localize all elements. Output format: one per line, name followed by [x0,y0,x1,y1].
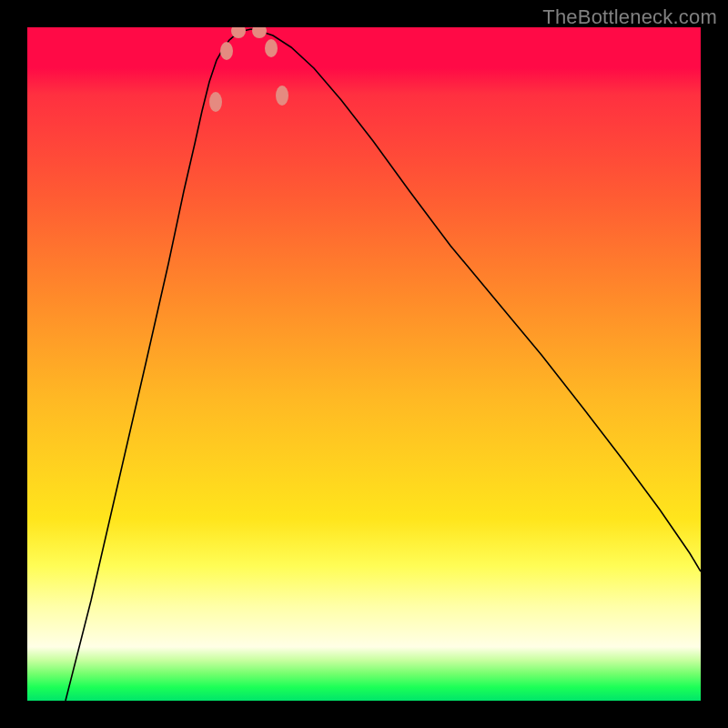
bottleneck-curve-chart [27,27,701,701]
marker-3 [252,27,267,38]
marker-0 [209,92,222,112]
marker-5 [276,86,288,106]
plot-area [27,27,701,701]
chart-stage: TheBottleneck.com [0,0,728,728]
marker-1 [220,42,233,60]
curve-left-branch [66,29,251,701]
watermark-label: TheBottleneck.com [542,5,717,29]
marker-4 [265,39,278,57]
curve-right-branch [251,29,701,571]
